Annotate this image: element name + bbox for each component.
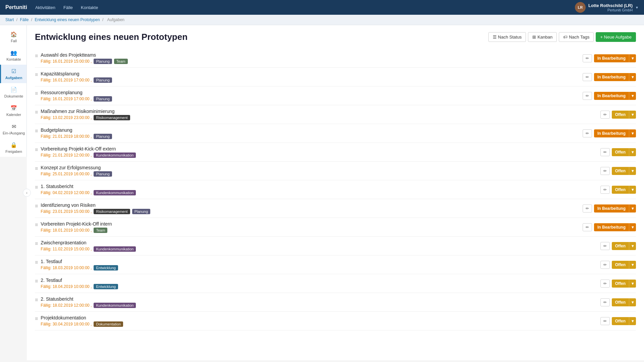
status-dropdown-arrow[interactable]: ▾ xyxy=(629,148,636,156)
drag-handle-icon[interactable]: ≡ xyxy=(35,147,38,153)
task-edit-button[interactable]: ✏ xyxy=(583,204,592,213)
task-edit-button[interactable]: ✏ xyxy=(583,73,592,81)
status-label[interactable]: Offen xyxy=(612,317,629,325)
task-edit-button[interactable]: ✏ xyxy=(600,280,610,288)
status-dropdown-arrow[interactable]: ▾ xyxy=(629,317,636,325)
status-button[interactable]: Offen ▾ xyxy=(612,167,636,175)
status-dropdown-arrow[interactable]: ▾ xyxy=(629,129,636,137)
task-edit-button[interactable]: ✏ xyxy=(583,129,592,137)
breadcrumb-faelle[interactable]: Fälle xyxy=(20,17,29,22)
status-label[interactable]: In Bearbeitung xyxy=(594,204,629,213)
drag-handle-icon[interactable]: ≡ xyxy=(35,316,38,322)
sidebar-item-freigaben[interactable]: 🔒 Freigaben xyxy=(0,138,26,157)
sidebar-item-aufgaben[interactable]: ☑ Aufgaben xyxy=(0,65,26,83)
sidebar-item-kontakte[interactable]: 👥 Kontakte xyxy=(0,46,26,65)
user-name: Lotte Rothschild (LR) xyxy=(588,3,633,8)
status-dropdown-arrow[interactable]: ▾ xyxy=(629,280,636,288)
drag-handle-icon[interactable]: ≡ xyxy=(35,166,38,172)
status-button[interactable]: Offen ▾ xyxy=(612,186,636,194)
status-dropdown-arrow[interactable]: ▾ xyxy=(629,223,636,231)
status-dropdown-arrow[interactable]: ▾ xyxy=(629,204,636,213)
status-label[interactable]: Offen xyxy=(612,148,629,156)
task-edit-button[interactable]: ✏ xyxy=(583,92,592,100)
status-label[interactable]: Offen xyxy=(612,298,629,306)
kanban-button[interactable]: ⊞ Kanban xyxy=(528,32,557,42)
status-dropdown-arrow[interactable]: ▾ xyxy=(629,298,636,306)
task-edit-button[interactable]: ✏ xyxy=(600,186,610,194)
breadcrumb-project[interactable]: Entwicklung eines neuen Prototypen xyxy=(35,17,100,22)
sidebar-item-fall[interactable]: 🏠 Fall xyxy=(0,28,26,46)
status-dropdown-arrow[interactable]: ▾ xyxy=(629,54,636,62)
status-label[interactable]: In Bearbeitung xyxy=(594,92,629,100)
status-button[interactable]: In Bearbeitung ▾ xyxy=(594,73,636,81)
drag-handle-icon[interactable]: ≡ xyxy=(35,222,38,228)
drag-handle-icon[interactable]: ≡ xyxy=(35,297,38,303)
drag-handle-icon[interactable]: ≡ xyxy=(35,72,38,78)
task-edit-button[interactable]: ✏ xyxy=(600,298,610,306)
status-button[interactable]: Offen ▾ xyxy=(612,298,636,306)
sidebar-collapse-button[interactable]: ‹ xyxy=(23,189,31,197)
sidebar-item-dokumente[interactable]: 📄 Dokumente xyxy=(0,83,26,102)
status-label[interactable]: Offen xyxy=(612,167,629,175)
sidebar-item-ein-ausgang[interactable]: ✉ Ein-/Ausgang xyxy=(0,120,26,138)
status-dropdown-arrow[interactable]: ▾ xyxy=(629,73,636,81)
status-button[interactable]: Offen ▾ xyxy=(612,148,636,156)
status-label[interactable]: Offen xyxy=(612,261,629,269)
status-label[interactable]: In Bearbeitung xyxy=(594,73,629,81)
status-button[interactable]: Offen ▾ xyxy=(612,111,636,119)
status-label[interactable]: Offen xyxy=(612,186,629,194)
status-label[interactable]: Offen xyxy=(612,242,629,250)
status-dropdown-arrow[interactable]: ▾ xyxy=(629,167,636,175)
drag-handle-icon[interactable]: ≡ xyxy=(35,90,38,97)
breadcrumb-start[interactable]: Start xyxy=(5,17,14,22)
status-button[interactable]: In Bearbeitung ▾ xyxy=(594,92,636,100)
kontakte-icon: 👥 xyxy=(10,50,17,56)
drag-handle-icon[interactable]: ≡ xyxy=(35,109,38,115)
status-button[interactable]: In Bearbeitung ▾ xyxy=(594,223,636,231)
status-dropdown-arrow[interactable]: ▾ xyxy=(629,261,636,269)
status-button[interactable]: Offen ▾ xyxy=(612,242,636,250)
task-edit-button[interactable]: ✏ xyxy=(600,167,610,175)
task-title: Vorbereiten Projekt-Kick-Off intern xyxy=(41,221,583,227)
status-dropdown-arrow[interactable]: ▾ xyxy=(629,92,636,100)
user-menu[interactable]: LR Lotte Rothschild (LR) Pertuniti GmbH … xyxy=(575,2,639,13)
status-button[interactable]: Offen ▾ xyxy=(612,317,636,325)
status-label[interactable]: Offen xyxy=(612,280,629,288)
drag-handle-icon[interactable]: ≡ xyxy=(35,53,38,59)
drag-handle-icon[interactable]: ≡ xyxy=(35,184,38,190)
nav-faelle[interactable]: Fälle xyxy=(63,5,73,10)
task-edit-button[interactable]: ✏ xyxy=(600,317,610,325)
status-label[interactable]: In Bearbeitung xyxy=(594,223,629,231)
status-label[interactable]: In Bearbeitung xyxy=(594,129,629,137)
task-edit-button[interactable]: ✏ xyxy=(600,148,610,156)
nav-aktivitaeten[interactable]: Aktivitäten xyxy=(35,5,55,10)
status-button[interactable]: In Bearbeitung ▾ xyxy=(594,204,636,213)
drag-handle-icon[interactable]: ≡ xyxy=(35,241,38,247)
drag-handle-icon[interactable]: ≡ xyxy=(35,128,38,134)
status-label[interactable]: In Bearbeitung xyxy=(594,54,629,62)
task-edit-button[interactable]: ✏ xyxy=(583,223,592,231)
status-button[interactable]: Offen ▾ xyxy=(612,261,636,269)
top-nav: Pertuniti Aktivitäten Fälle Kontakte LR … xyxy=(0,0,644,15)
nav-kontakte[interactable]: Kontakte xyxy=(81,5,98,10)
status-button[interactable]: In Bearbeitung ▾ xyxy=(594,129,636,137)
app-brand[interactable]: Pertuniti xyxy=(5,4,27,10)
task-edit-button[interactable]: ✏ xyxy=(600,111,610,119)
sidebar-item-kalender[interactable]: 📅 Kalender xyxy=(0,102,26,120)
status-button[interactable]: Offen ▾ xyxy=(612,280,636,288)
status-dropdown-arrow[interactable]: ▾ xyxy=(629,111,636,119)
neue-aufgabe-button[interactable]: + Neue Aufgabe xyxy=(596,32,636,42)
task-edit-button[interactable]: ✏ xyxy=(583,54,592,62)
status-dropdown-arrow[interactable]: ▾ xyxy=(629,242,636,250)
nach-tags-button[interactable]: 🏷 Nach Tags xyxy=(559,32,594,42)
drag-handle-icon[interactable]: ≡ xyxy=(35,259,38,265)
task-due: Fällig: 18.04.2019 10:00:00 , xyxy=(41,284,92,289)
task-edit-button[interactable]: ✏ xyxy=(600,261,610,269)
drag-handle-icon[interactable]: ≡ xyxy=(35,278,38,284)
status-button[interactable]: In Bearbeitung ▾ xyxy=(594,54,636,62)
nach-status-button[interactable]: ☰ Nach Status xyxy=(488,32,526,42)
status-dropdown-arrow[interactable]: ▾ xyxy=(629,186,636,194)
task-edit-button[interactable]: ✏ xyxy=(600,242,610,250)
status-label[interactable]: Offen xyxy=(612,111,629,119)
drag-handle-icon[interactable]: ≡ xyxy=(35,203,38,209)
